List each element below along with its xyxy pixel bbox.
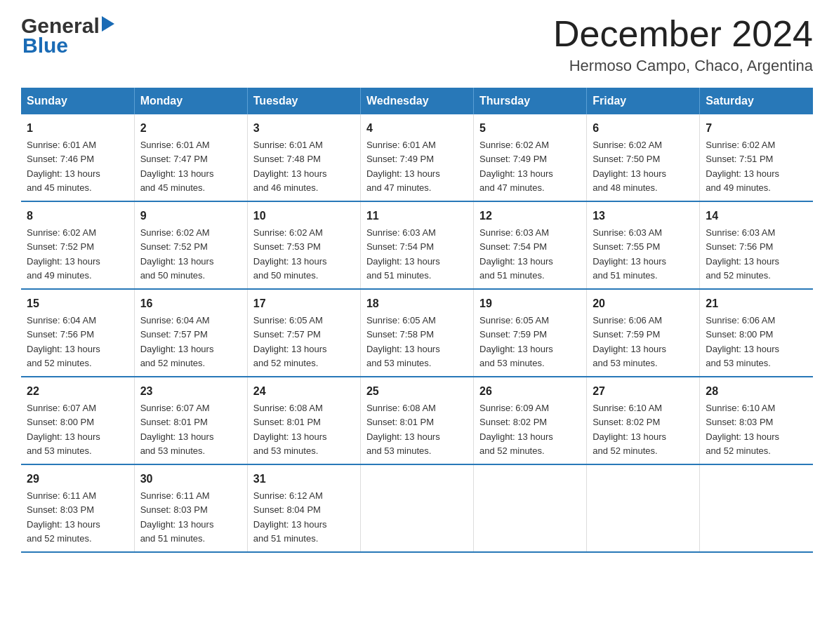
- calendar-cell: [587, 464, 700, 552]
- calendar-cell: 10 Sunrise: 6:02 AMSunset: 7:53 PMDaylig…: [247, 201, 360, 289]
- day-number: 3: [253, 120, 355, 137]
- day-info: Sunrise: 6:05 AMSunset: 7:57 PMDaylight:…: [253, 315, 327, 368]
- calendar-cell: 5 Sunrise: 6:02 AMSunset: 7:49 PMDayligh…: [474, 114, 587, 201]
- calendar-cell: [700, 464, 813, 552]
- calendar-body: 1 Sunrise: 6:01 AMSunset: 7:46 PMDayligh…: [21, 114, 813, 552]
- day-info: Sunrise: 6:02 AMSunset: 7:50 PMDaylight:…: [593, 140, 666, 193]
- day-info: Sunrise: 6:04 AMSunset: 7:57 PMDaylight:…: [140, 315, 214, 368]
- calendar-cell: 25 Sunrise: 6:08 AMSunset: 8:01 PMDaylig…: [360, 377, 473, 464]
- day-number: 31: [253, 471, 355, 488]
- calendar-cell: 17 Sunrise: 6:05 AMSunset: 7:57 PMDaylig…: [247, 289, 360, 377]
- day-info: Sunrise: 6:01 AMSunset: 7:49 PMDaylight:…: [366, 140, 440, 193]
- calendar-cell: 21 Sunrise: 6:06 AMSunset: 8:00 PMDaylig…: [700, 289, 813, 377]
- calendar-cell: 29 Sunrise: 6:11 AMSunset: 8:03 PMDaylig…: [21, 464, 134, 552]
- page-header: General Blue December 2024 Hermoso Campo…: [21, 14, 813, 75]
- day-number: 13: [593, 208, 694, 224]
- calendar-cell: 28 Sunrise: 6:10 AMSunset: 8:03 PMDaylig…: [700, 377, 813, 464]
- day-number: 5: [479, 120, 581, 137]
- day-info: Sunrise: 6:03 AMSunset: 7:55 PMDaylight:…: [593, 227, 666, 281]
- calendar-cell: 16 Sunrise: 6:04 AMSunset: 7:57 PMDaylig…: [134, 289, 247, 377]
- day-info: Sunrise: 6:06 AMSunset: 7:59 PMDaylight:…: [593, 315, 666, 368]
- day-number: 18: [366, 295, 468, 312]
- day-info: Sunrise: 6:01 AMSunset: 7:46 PMDaylight:…: [27, 140, 100, 193]
- day-number: 27: [593, 383, 694, 400]
- day-number: 21: [706, 295, 807, 312]
- calendar-cell: 3 Sunrise: 6:01 AMSunset: 7:48 PMDayligh…: [247, 114, 360, 201]
- day-number: 1: [27, 120, 128, 137]
- day-info: Sunrise: 6:12 AMSunset: 8:04 PMDaylight:…: [253, 490, 327, 544]
- calendar-week-5: 29 Sunrise: 6:11 AMSunset: 8:03 PMDaylig…: [21, 464, 813, 552]
- calendar-cell: 27 Sunrise: 6:10 AMSunset: 8:02 PMDaylig…: [587, 377, 700, 464]
- day-number: 26: [479, 383, 581, 400]
- calendar-cell: [474, 464, 587, 552]
- day-number: 20: [593, 295, 694, 312]
- calendar-cell: 31 Sunrise: 6:12 AMSunset: 8:04 PMDaylig…: [247, 464, 360, 552]
- svg-marker-0: [102, 16, 114, 32]
- header-friday: Friday: [587, 88, 700, 114]
- day-info: Sunrise: 6:10 AMSunset: 8:02 PMDaylight:…: [593, 403, 666, 456]
- day-number: 19: [479, 295, 581, 312]
- page-title: December 2024: [553, 14, 813, 54]
- day-info: Sunrise: 6:05 AMSunset: 7:58 PMDaylight:…: [366, 315, 440, 368]
- day-info: Sunrise: 6:02 AMSunset: 7:53 PMDaylight:…: [253, 227, 327, 281]
- calendar-cell: 20 Sunrise: 6:06 AMSunset: 7:59 PMDaylig…: [587, 289, 700, 377]
- calendar-cell: 4 Sunrise: 6:01 AMSunset: 7:49 PMDayligh…: [360, 114, 473, 201]
- calendar-cell: 22 Sunrise: 6:07 AMSunset: 8:00 PMDaylig…: [21, 377, 134, 464]
- day-info: Sunrise: 6:07 AMSunset: 8:01 PMDaylight:…: [140, 403, 214, 456]
- day-number: 15: [27, 295, 128, 312]
- day-number: 9: [140, 208, 241, 224]
- day-number: 28: [706, 383, 807, 400]
- logo-triangle-icon: [102, 16, 114, 34]
- day-info: Sunrise: 6:10 AMSunset: 8:03 PMDaylight:…: [706, 403, 779, 456]
- day-number: 17: [253, 295, 355, 312]
- day-number: 2: [140, 120, 241, 137]
- calendar-cell: 15 Sunrise: 6:04 AMSunset: 7:56 PMDaylig…: [21, 289, 134, 377]
- header-tuesday: Tuesday: [247, 88, 360, 114]
- day-number: 30: [140, 471, 241, 488]
- page-subtitle: Hermoso Campo, Chaco, Argentina: [553, 57, 813, 75]
- day-info: Sunrise: 6:11 AMSunset: 8:03 PMDaylight:…: [27, 490, 100, 544]
- day-number: 10: [253, 208, 355, 224]
- calendar-header: SundayMondayTuesdayWednesdayThursdayFrid…: [21, 88, 813, 114]
- day-number: 14: [706, 208, 807, 224]
- day-number: 6: [593, 120, 694, 137]
- title-block: December 2024 Hermoso Campo, Chaco, Arge…: [553, 14, 813, 75]
- day-number: 8: [27, 208, 128, 224]
- calendar-cell: 7 Sunrise: 6:02 AMSunset: 7:51 PMDayligh…: [700, 114, 813, 201]
- calendar-week-3: 15 Sunrise: 6:04 AMSunset: 7:56 PMDaylig…: [21, 289, 813, 377]
- calendar-cell: 14 Sunrise: 6:03 AMSunset: 7:56 PMDaylig…: [700, 201, 813, 289]
- calendar-cell: [360, 464, 473, 552]
- day-info: Sunrise: 6:06 AMSunset: 8:00 PMDaylight:…: [706, 315, 779, 368]
- day-number: 29: [27, 471, 128, 488]
- day-info: Sunrise: 6:08 AMSunset: 8:01 PMDaylight:…: [253, 403, 327, 456]
- calendar-cell: 23 Sunrise: 6:07 AMSunset: 8:01 PMDaylig…: [134, 377, 247, 464]
- day-number: 11: [366, 208, 468, 224]
- day-number: 23: [140, 383, 241, 400]
- calendar-cell: 11 Sunrise: 6:03 AMSunset: 7:54 PMDaylig…: [360, 201, 473, 289]
- day-info: Sunrise: 6:05 AMSunset: 7:59 PMDaylight:…: [479, 315, 553, 368]
- day-number: 4: [366, 120, 468, 137]
- day-info: Sunrise: 6:04 AMSunset: 7:56 PMDaylight:…: [27, 315, 100, 368]
- logo-blue: Blue: [21, 34, 68, 58]
- header-saturday: Saturday: [700, 88, 813, 114]
- day-info: Sunrise: 6:03 AMSunset: 7:56 PMDaylight:…: [706, 227, 779, 281]
- day-info: Sunrise: 6:03 AMSunset: 7:54 PMDaylight:…: [479, 227, 553, 281]
- day-info: Sunrise: 6:02 AMSunset: 7:52 PMDaylight:…: [140, 227, 214, 281]
- calendar-week-2: 8 Sunrise: 6:02 AMSunset: 7:52 PMDayligh…: [21, 201, 813, 289]
- day-info: Sunrise: 6:09 AMSunset: 8:02 PMDaylight:…: [479, 403, 553, 456]
- calendar-cell: 30 Sunrise: 6:11 AMSunset: 8:03 PMDaylig…: [134, 464, 247, 552]
- calendar-table: SundayMondayTuesdayWednesdayThursdayFrid…: [21, 88, 813, 553]
- calendar-cell: 24 Sunrise: 6:08 AMSunset: 8:01 PMDaylig…: [247, 377, 360, 464]
- day-number: 22: [27, 383, 128, 400]
- calendar-cell: 18 Sunrise: 6:05 AMSunset: 7:58 PMDaylig…: [360, 289, 473, 377]
- calendar-cell: 9 Sunrise: 6:02 AMSunset: 7:52 PMDayligh…: [134, 201, 247, 289]
- day-info: Sunrise: 6:07 AMSunset: 8:00 PMDaylight:…: [27, 403, 100, 456]
- day-info: Sunrise: 6:02 AMSunset: 7:49 PMDaylight:…: [479, 140, 553, 193]
- calendar-cell: 1 Sunrise: 6:01 AMSunset: 7:46 PMDayligh…: [21, 114, 134, 201]
- day-info: Sunrise: 6:11 AMSunset: 8:03 PMDaylight:…: [140, 490, 214, 544]
- day-number: 25: [366, 383, 468, 400]
- header-wednesday: Wednesday: [360, 88, 473, 114]
- day-info: Sunrise: 6:08 AMSunset: 8:01 PMDaylight:…: [366, 403, 440, 456]
- day-number: 7: [706, 120, 807, 137]
- day-info: Sunrise: 6:03 AMSunset: 7:54 PMDaylight:…: [366, 227, 440, 281]
